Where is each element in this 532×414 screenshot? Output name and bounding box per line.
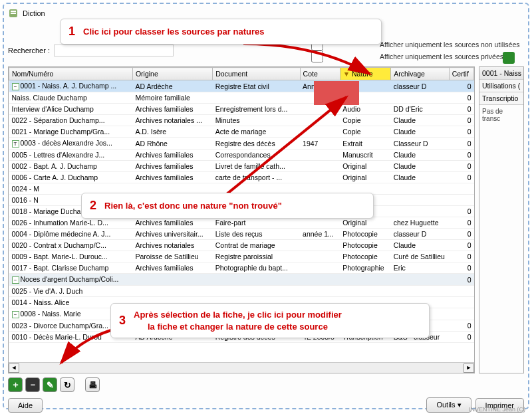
- app-window: Diction 1 Clic ici pour classer les sour…: [3, 3, 529, 409]
- table-row[interactable]: 0009 - Bapt. Marie-L. Durouc...Paroisse …: [9, 251, 474, 262]
- row-expand-icon[interactable]: T: [12, 140, 19, 148]
- add-button[interactable]: ＋: [8, 377, 23, 392]
- help-button[interactable]: Aide: [8, 398, 43, 413]
- svg-rect-1: [11, 11, 16, 12]
- scroll-right-icon[interactable]: ►: [464, 363, 474, 373]
- remove-button[interactable]: －: [25, 377, 40, 392]
- callout-3: 3 Après sélection de la fiche, je clic i…: [110, 303, 430, 338]
- action-toolbar: ＋ － ✎ ↻ 🖶: [8, 377, 524, 392]
- bottom-bar: Aide Outils ▾ Imprimer: [8, 397, 524, 413]
- callout-1: 1 Clic ici pour classer les sources par …: [60, 19, 382, 45]
- refresh-button[interactable]: ↻: [60, 377, 74, 392]
- app-icon: [8, 8, 19, 19]
- search-label: Rechercher :: [8, 47, 50, 54]
- side-panel: 0001 - Naiss Utilisations ( Transcriptio…: [479, 66, 524, 373]
- green-badge-icon[interactable]: [503, 52, 515, 64]
- callout-2: 2 Rien là, c'est donc une nature "non tr…: [81, 193, 374, 219]
- arrow-2: [217, 90, 356, 203]
- search-input[interactable]: [54, 45, 174, 56]
- svg-rect-2: [11, 13, 16, 14]
- side-title: 0001 - Naiss: [479, 67, 523, 80]
- window-title: Diction: [23, 9, 45, 17]
- row-expand-icon[interactable]: −: [12, 276, 19, 284]
- tab-utilisations[interactable]: Utilisations (: [479, 80, 523, 92]
- table-row[interactable]: 0017 - Bapt. Clarisse DuchampArchives fa…: [9, 262, 474, 274]
- col-num[interactable]: Nom/Numéro: [9, 68, 133, 80]
- row-expand-icon[interactable]: −: [12, 83, 19, 90]
- callout-num-2: 2: [90, 199, 96, 213]
- titlebar: Diction: [8, 8, 524, 19]
- tools-button[interactable]: Outils ▾: [426, 397, 471, 413]
- row-expand-icon[interactable]: −: [12, 311, 19, 318]
- col-arch[interactable]: Archivage: [391, 68, 450, 80]
- table-row[interactable]: 0026 - Inhumation Marie-L. D...Archives …: [9, 217, 474, 229]
- scroll-left-icon[interactable]: ◄: [9, 363, 19, 373]
- table-row[interactable]: 0025 - Vie d'A. J. Duch: [9, 286, 474, 297]
- table-row[interactable]: −Noces d'argent Duchamp/Coli...0: [9, 274, 474, 286]
- edit-button[interactable]: ✎: [43, 377, 57, 392]
- col-cert[interactable]: Certif: [449, 68, 473, 80]
- col-orig[interactable]: Origine: [132, 68, 212, 80]
- footer-credit: INVENTINE Jean (C): [469, 406, 525, 413]
- table-row[interactable]: 0004 - Diplôme médecine A. J...Archives …: [9, 229, 474, 240]
- table-row[interactable]: 0020 - Contrat x Duchamp/C...Archives no…: [9, 240, 474, 251]
- side-body: Pas de transc: [479, 105, 523, 373]
- arrow-1: [237, 37, 383, 97]
- callout-num-1: 1: [68, 25, 75, 39]
- arrow-3: [53, 326, 120, 373]
- callout-num-3: 3: [119, 314, 126, 328]
- tab-transcription[interactable]: Transcriptio: [479, 92, 523, 105]
- print-small-button[interactable]: 🖶: [85, 377, 100, 392]
